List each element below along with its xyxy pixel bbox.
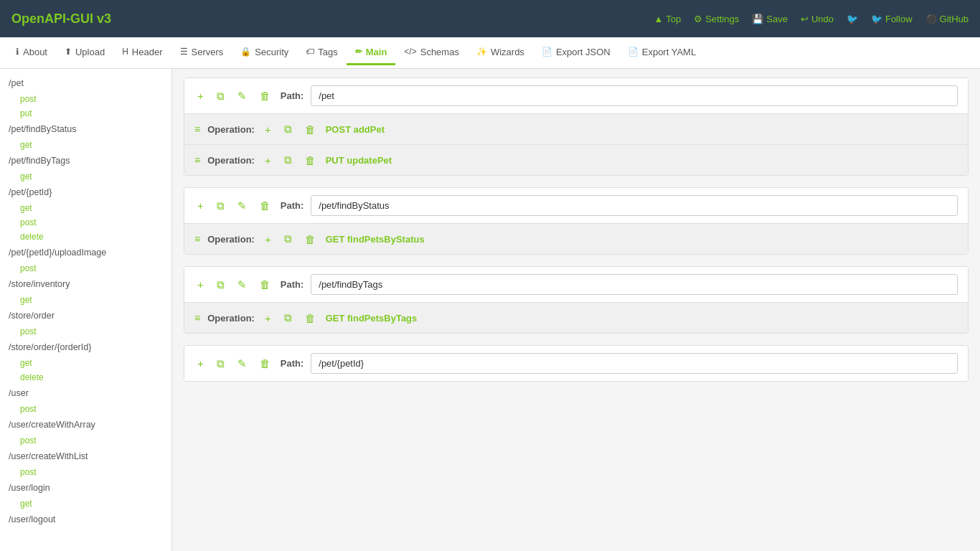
- sidebar-path-logout[interactable]: /user/logout: [0, 511, 171, 528]
- path-block-partial: + ⧉ ✎ 🗑 Path:: [184, 345, 969, 382]
- add-path-btn-pet[interactable]: +: [194, 88, 207, 103]
- sidebar-path-inventory[interactable]: /store/inventory: [0, 276, 171, 293]
- nav-servers[interactable]: ☰ Servers: [171, 41, 232, 65]
- sidebar-path-pet[interactable]: /pet: [0, 75, 171, 92]
- delete-path-btn-findByTags[interactable]: 🗑: [257, 277, 273, 292]
- operation-label-findPetsByTags: Operation:: [207, 313, 255, 324]
- delete-op-btn-updatePet[interactable]: 🗑: [302, 153, 319, 168]
- delete-path-btn-pet[interactable]: 🗑: [257, 88, 273, 103]
- operation-method-updatePet[interactable]: PUT updatePet: [326, 155, 392, 166]
- nav-export-yaml[interactable]: 📄 Export YAML: [619, 41, 705, 65]
- nav-upload[interactable]: ⬆ Upload: [56, 41, 113, 65]
- copy-path-btn-findByStatus[interactable]: ⧉: [214, 198, 227, 214]
- path-input-findByTags[interactable]: [311, 274, 958, 295]
- path-input-findByStatus[interactable]: [311, 195, 958, 216]
- operation-method-findPetsByTags[interactable]: GET findPetsByTags: [326, 313, 418, 324]
- add-path-btn-partial[interactable]: +: [194, 356, 207, 371]
- sidebar-method-petId-delete[interactable]: delete: [0, 230, 171, 244]
- sidebar-method-user-post[interactable]: post: [0, 402, 171, 416]
- nav-about[interactable]: ℹ About: [7, 41, 56, 65]
- path-row-partial: + ⧉ ✎ 🗑 Path:: [184, 346, 968, 381]
- delete-op-btn-findPetsByStatus[interactable]: 🗑: [302, 232, 319, 247]
- top-link[interactable]: ▲ Top: [654, 14, 681, 24]
- sidebar-path-createWithArray[interactable]: /user/createWithArray: [0, 416, 171, 433]
- sidebar-path-createWithList[interactable]: /user/createWithList: [0, 448, 171, 465]
- servers-icon: ☰: [180, 47, 188, 57]
- edit-path-btn-findByTags[interactable]: ✎: [235, 277, 250, 293]
- path-input-pet[interactable]: [311, 85, 958, 106]
- export-json-icon: 📄: [542, 47, 552, 57]
- add-op-btn-addPet[interactable]: +: [262, 122, 274, 137]
- path-block-pet: + ⧉ ✎ 🗑 Path: ≡ Operation: + ⧉ 🗑 POST ad…: [184, 77, 969, 176]
- sidebar-path-findByStatus[interactable]: /pet/findByStatus: [0, 121, 171, 138]
- undo-link[interactable]: ↩ Undo: [801, 14, 834, 24]
- sidebar-method-order-post[interactable]: post: [0, 324, 171, 339]
- sidebar-method-inventory-get[interactable]: get: [0, 293, 171, 307]
- hamburger-icon-findPetsByTags: ≡: [194, 312, 200, 324]
- content-area: + ⧉ ✎ 🗑 Path: ≡ Operation: + ⧉ 🗑 POST ad…: [172, 69, 980, 551]
- sidebar-method-orderId-delete[interactable]: delete: [0, 370, 171, 385]
- path-row-findByStatus: + ⧉ ✎ 🗑 Path:: [184, 188, 968, 223]
- add-op-btn-updatePet[interactable]: +: [262, 153, 274, 168]
- sidebar-method-findByStatus-get[interactable]: get: [0, 138, 171, 152]
- path-block-findByTags: + ⧉ ✎ 🗑 Path: ≡ Operation: + ⧉ 🗑 GET fin…: [184, 266, 969, 334]
- nav-wizards[interactable]: ✨ Wizards: [468, 41, 533, 65]
- sidebar-method-petId-get[interactable]: get: [0, 201, 171, 215]
- path-label-partial: Path:: [281, 358, 304, 369]
- delete-path-btn-findByStatus[interactable]: 🗑: [257, 198, 273, 213]
- copy-op-btn-addPet[interactable]: ⧉: [281, 121, 295, 137]
- sidebar-path-order[interactable]: /store/order: [0, 307, 171, 324]
- nav-tags[interactable]: 🏷 Tags: [297, 41, 346, 65]
- header-icon: H: [122, 47, 128, 57]
- edit-path-btn-partial[interactable]: ✎: [235, 356, 250, 372]
- edit-path-btn-pet[interactable]: ✎: [235, 88, 250, 104]
- sidebar-method-createWithList-post[interactable]: post: [0, 465, 171, 479]
- hamburger-icon-updatePet: ≡: [194, 154, 200, 166]
- add-path-btn-findByStatus[interactable]: +: [194, 198, 207, 213]
- copy-op-btn-findPetsByStatus[interactable]: ⧉: [281, 231, 295, 247]
- sidebar-method-findByTags-get[interactable]: get: [0, 169, 171, 184]
- delete-op-btn-findPetsByTags[interactable]: 🗑: [302, 311, 319, 326]
- path-input-partial[interactable]: [311, 353, 958, 374]
- delete-path-btn-partial[interactable]: 🗑: [257, 356, 273, 371]
- sidebar-method-uploadImage-post[interactable]: post: [0, 261, 171, 276]
- sidebar-method-pet-put[interactable]: put: [0, 106, 171, 121]
- settings-link[interactable]: ⚙ Settings: [694, 14, 739, 24]
- copy-op-btn-findPetsByTags[interactable]: ⧉: [281, 310, 295, 326]
- sidebar-path-uploadImage[interactable]: /pet/{petId}/uploadImage: [0, 244, 171, 261]
- security-icon: 🔒: [240, 47, 251, 57]
- sidebar-path-login[interactable]: /user/login: [0, 479, 171, 496]
- topbar: OpenAPI-GUI v3 ▲ Top ⚙ Settings 💾 Save ↩…: [0, 0, 980, 37]
- operation-row-findPetsByTags: ≡ Operation: + ⧉ 🗑 GET findPetsByTags: [184, 302, 968, 333]
- sidebar-path-petId[interactable]: /pet/{petId}: [0, 184, 171, 201]
- sidebar-method-login-get[interactable]: get: [0, 496, 171, 511]
- copy-path-btn-partial[interactable]: ⧉: [214, 356, 227, 372]
- sidebar-method-createWithArray-post[interactable]: post: [0, 433, 171, 448]
- twitter-link[interactable]: 🐦: [847, 14, 858, 24]
- sidebar-path-findByTags[interactable]: /pet/findByTags: [0, 152, 171, 169]
- nav-security[interactable]: 🔒 Security: [232, 41, 297, 65]
- follow-link[interactable]: 🐦 Follow: [871, 14, 913, 24]
- copy-path-btn-pet[interactable]: ⧉: [214, 88, 227, 104]
- sidebar-path-orderId[interactable]: /store/order/{orderId}: [0, 339, 171, 356]
- save-link[interactable]: 💾 Save: [752, 14, 788, 24]
- add-path-btn-findByTags[interactable]: +: [194, 277, 207, 292]
- delete-op-btn-addPet[interactable]: 🗑: [302, 122, 319, 137]
- copy-op-btn-updatePet[interactable]: ⧉: [281, 152, 295, 168]
- copy-path-btn-findByTags[interactable]: ⧉: [214, 277, 227, 293]
- nav-schemas[interactable]: </> Schemas: [395, 41, 468, 65]
- sidebar-path-user[interactable]: /user: [0, 385, 171, 402]
- sidebar-method-orderId-get[interactable]: get: [0, 356, 171, 370]
- github-link[interactable]: ⚫ GitHub: [925, 14, 969, 24]
- operation-method-findPetsByStatus[interactable]: GET findPetsByStatus: [326, 234, 425, 245]
- add-op-btn-findPetsByTags[interactable]: +: [262, 311, 274, 326]
- nav-export-json[interactable]: 📄 Export JSON: [533, 41, 619, 65]
- nav-header[interactable]: H Header: [113, 41, 171, 65]
- nav-main[interactable]: ✏ Main: [347, 41, 396, 65]
- add-op-btn-findPetsByStatus[interactable]: +: [262, 232, 274, 247]
- edit-path-btn-findByStatus[interactable]: ✎: [235, 198, 250, 214]
- sidebar-method-pet-post[interactable]: post: [0, 92, 171, 106]
- twitter-icon: 🐦: [847, 14, 858, 24]
- sidebar-method-petId-post[interactable]: post: [0, 215, 171, 230]
- operation-method-addPet[interactable]: POST addPet: [326, 124, 385, 135]
